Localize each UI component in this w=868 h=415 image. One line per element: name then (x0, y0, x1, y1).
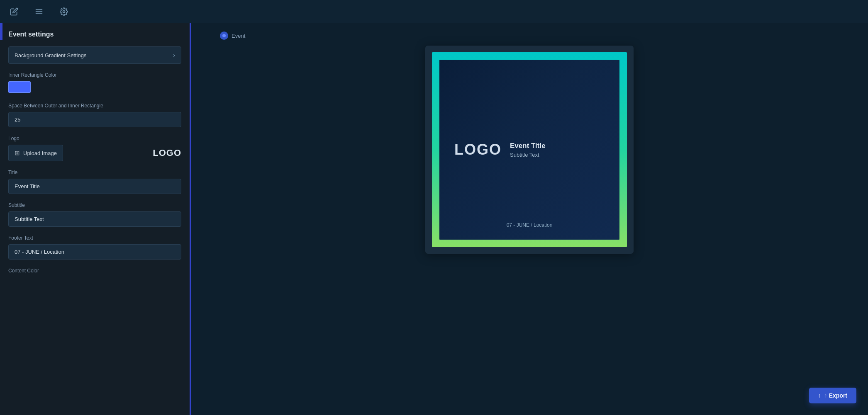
subtitle-section: Subtitle (8, 202, 181, 227)
menu-icon[interactable] (33, 6, 45, 17)
logo-label: Logo (8, 136, 181, 141)
subtitle-label: Subtitle (8, 202, 181, 208)
edit-icon[interactable] (8, 6, 20, 17)
inner-rect-color-label: Inner Rectangle Color (8, 72, 181, 78)
inner-rect-color-section: Inner Rectangle Color (8, 72, 181, 95)
upload-icon: ⊞ (15, 149, 20, 157)
toolbar (0, 0, 868, 23)
preview-event-title: Event Title (510, 142, 546, 150)
settings-title: Event settings (8, 31, 181, 38)
logo-section: Logo ⊞ Upload Image LOGO (8, 136, 181, 161)
gradient-settings-button[interactable]: Background Gradient Settings › (8, 46, 181, 64)
space-label: Space Between Outer and Inner Rectangle (8, 103, 181, 109)
preview-inner-rectangle: LOGO Event Title Subtitle Text 07 - JUNE… (439, 60, 619, 240)
space-input[interactable] (8, 112, 181, 127)
event-dot-inner (222, 34, 226, 37)
settings-icon[interactable] (58, 6, 70, 17)
gradient-settings-section: Background Gradient Settings › (8, 46, 181, 64)
subtitle-input[interactable] (8, 211, 181, 227)
footer-section: Footer Text (8, 235, 181, 260)
sidebar-accent (0, 23, 2, 40)
title-label: Title (8, 170, 181, 175)
svg-point-3 (63, 10, 65, 12)
logo-preview-text: LOGO (153, 148, 181, 158)
preview-content-middle: LOGO Event Title Subtitle Text (454, 141, 546, 158)
preview-outer-rectangle: LOGO Event Title Subtitle Text 07 - JUNE… (432, 52, 627, 247)
content-color-label: Content Color (8, 268, 181, 274)
preview-footer-text: 07 - JUNE / Location (507, 222, 553, 228)
footer-input[interactable] (8, 244, 181, 260)
export-icon: ↑ (818, 392, 821, 399)
event-label-text: Event (232, 33, 245, 39)
main-layout: Event settings Background Gradient Setti… (0, 23, 868, 415)
inner-rect-color-swatch[interactable] (8, 81, 31, 93)
content-color-section: Content Color (8, 268, 181, 274)
footer-label: Footer Text (8, 235, 181, 241)
upload-image-button[interactable]: ⊞ Upload Image (8, 145, 63, 161)
preview-subtitle-text: Subtitle Text (510, 152, 546, 158)
export-button[interactable]: ↑ ↑ Export (809, 388, 856, 403)
event-dot (220, 32, 228, 40)
title-input[interactable] (8, 179, 181, 194)
sidebar: Event settings Background Gradient Setti… (0, 23, 191, 415)
event-label-row: Event (220, 32, 245, 40)
preview-text-group: Event Title Subtitle Text (510, 142, 546, 158)
preview-logo-text: LOGO (454, 141, 502, 158)
content-area: Event LOGO Event Title Subtitle Text 07 … (191, 23, 868, 415)
space-section: Space Between Outer and Inner Rectangle (8, 103, 181, 127)
preview-card-wrapper: LOGO Event Title Subtitle Text 07 - JUNE… (425, 46, 634, 254)
title-section: Title (8, 170, 181, 194)
chevron-right-icon: › (173, 52, 175, 58)
